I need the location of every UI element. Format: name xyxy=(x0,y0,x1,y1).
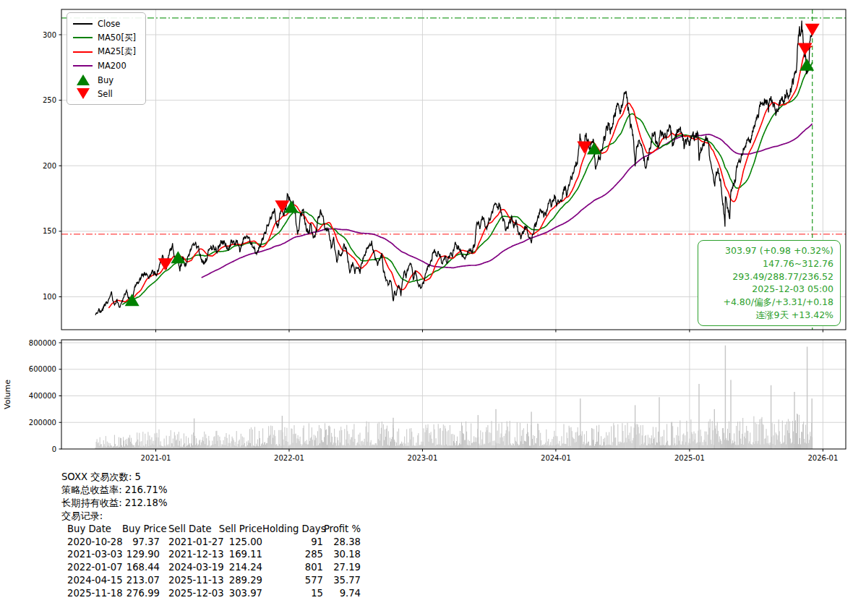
table-row: 2025-11-18276.992025-12-03303.97159.74 xyxy=(61,587,466,600)
table-cell: 2021-12-13 xyxy=(160,548,218,561)
legend-label: Buy xyxy=(98,75,113,85)
buy-triangle-icon xyxy=(77,74,90,85)
table-row: 2024-04-15213.072025-11-13289.2957735.77 xyxy=(61,574,466,587)
annotation-ma-values: 293.49/288.77/236.52 xyxy=(703,270,833,283)
table-cell: 289.29 xyxy=(218,574,262,587)
price-tick-label: 300 xyxy=(43,31,56,39)
table-cell: 303.97 xyxy=(218,587,262,600)
date-tick-label: 2026-01 xyxy=(807,454,838,462)
legend-label: Close xyxy=(98,19,120,29)
table-cell: 2024-03-19 xyxy=(160,561,218,574)
line-swatch xyxy=(73,51,93,53)
date-tick-label: 2025-01 xyxy=(674,454,705,462)
legend-label: MA25[卖] xyxy=(98,46,136,57)
annotation-price-change: 303.97 (+0.98 +0.32%) xyxy=(703,244,833,257)
legend-item-ma200[interactable]: MA200 xyxy=(73,59,140,74)
annotation-box: 303.97 (+0.98 +0.32%) 147.76~312.76 293.… xyxy=(698,240,841,326)
legend-item-ma25[interactable]: MA25[卖] xyxy=(73,45,140,59)
legend-label: Sell xyxy=(98,89,113,99)
legend-label: MA200 xyxy=(98,61,127,71)
hold-return-line: 长期持有收益: 212.18% xyxy=(61,497,466,510)
table-cell: 125.00 xyxy=(218,536,262,549)
date-tick-label: 2021-01 xyxy=(141,454,171,462)
table-cell: 28.38 xyxy=(323,536,361,549)
date-tick-label: 2023-01 xyxy=(408,454,438,462)
table-cell: 97.37 xyxy=(122,536,160,549)
legend-item-sell[interactable]: Sell xyxy=(73,87,140,102)
table-cell: 801 xyxy=(262,561,323,574)
annotation-range: 147.76~312.76 xyxy=(703,257,833,270)
line-swatch xyxy=(73,65,93,67)
trade-log-header: Buy Date Buy Price Sell Date Sell Price … xyxy=(61,523,466,536)
col-buy-date: Buy Date xyxy=(61,523,122,536)
legend-item-buy[interactable]: Buy xyxy=(73,73,140,87)
table-cell: 2025-11-18 xyxy=(61,587,122,600)
table-cell: 2022-01-07 xyxy=(61,561,122,574)
volume-bars xyxy=(95,346,813,449)
line-swatch xyxy=(73,37,93,38)
table-cell: 214.24 xyxy=(218,561,262,574)
trade-log-rows: 2020-10-2897.372021-01-27125.009128.3820… xyxy=(61,536,466,601)
table-cell: 9.74 xyxy=(323,587,361,600)
volume-tick-label: 200000 xyxy=(29,419,56,427)
legend-line-swatch xyxy=(73,51,93,53)
date-tick-label: 2022-01 xyxy=(274,454,304,462)
col-buy-price: Buy Price xyxy=(122,523,160,536)
table-cell: 2021-01-27 xyxy=(160,536,218,549)
date-tick-label: 2024-01 xyxy=(541,454,571,462)
table-row: 2021-03-03129.902021-12-13169.1128530.18 xyxy=(61,548,466,561)
volume-tick-label: 400000 xyxy=(29,392,56,400)
table-cell: 276.99 xyxy=(122,587,160,600)
table-cell: 129.90 xyxy=(122,548,160,561)
table-cell: 213.07 xyxy=(122,574,160,587)
table-cell: 2020-10-28 xyxy=(61,536,122,549)
strategy-summary: SOXX 交易次数: 5 策略总收益率: 216.71% 长期持有收益: 212… xyxy=(61,471,466,600)
table-cell: 2025-11-13 xyxy=(160,574,218,587)
table-cell: 2024-04-15 xyxy=(61,574,122,587)
col-holding-days: Holding Days xyxy=(262,523,323,536)
annotation-datetime: 2025-12-03 05:00 xyxy=(703,283,833,296)
legend-line-swatch xyxy=(73,37,93,38)
volume-tick-label: 800000 xyxy=(29,339,56,347)
col-sell-date: Sell Date xyxy=(160,523,218,536)
table-cell: 2021-03-03 xyxy=(61,548,122,561)
volume-tick-label: 600000 xyxy=(29,365,56,373)
table-cell: 2025-12-03 xyxy=(160,587,218,600)
trade-log-title: 交易记录: xyxy=(61,510,466,523)
legend-line-swatch xyxy=(73,23,93,25)
strategy-return-line: 策略总收益率: 216.71% xyxy=(61,484,466,497)
table-cell: 91 xyxy=(262,536,323,549)
legend-item-ma50[interactable]: MA50[买] xyxy=(73,31,140,46)
col-sell-price: Sell Price xyxy=(218,523,262,536)
price-tick-label: 200 xyxy=(43,162,56,170)
trades-count-line: SOXX 交易次数: 5 xyxy=(61,471,466,484)
volume-tick-label: 0 xyxy=(52,445,56,453)
sell-marker xyxy=(798,43,813,55)
sell-marker xyxy=(805,24,820,36)
legend-label: MA50[买] xyxy=(98,33,136,43)
table-cell: 285 xyxy=(262,548,323,561)
annotation-streak: 连涨9天 +13.42% xyxy=(703,309,833,322)
table-cell: 15 xyxy=(262,587,323,600)
sell-triangle-icon xyxy=(77,88,90,99)
col-profit: Profit % xyxy=(323,523,361,536)
table-row: 2022-01-07168.442024-03-19214.2480127.19 xyxy=(61,561,466,574)
table-cell: 27.19 xyxy=(323,561,361,574)
table-cell: 168.44 xyxy=(122,561,160,574)
table-row: 2020-10-2897.372021-01-27125.009128.38 xyxy=(61,536,466,549)
table-cell: 35.77 xyxy=(323,574,361,587)
line-swatch xyxy=(73,23,93,25)
annotation-bias: +4.80/偏多/+3.31/+0.18 xyxy=(703,296,833,309)
table-cell: 577 xyxy=(262,574,323,587)
table-cell: 30.18 xyxy=(323,548,361,561)
price-tick-label: 100 xyxy=(43,293,56,301)
stock-strategy-figure: 1001502002503000200000400000600000800000… xyxy=(0,0,853,616)
table-cell: 169.11 xyxy=(218,548,262,561)
chart-legend[interactable]: CloseMA50[买]MA25[卖]MA200BuySell xyxy=(67,12,146,105)
legend-item-close[interactable]: Close xyxy=(73,17,140,31)
legend-line-swatch xyxy=(73,65,93,67)
volume-axis-label: Volume xyxy=(3,380,12,409)
price-tick-label: 250 xyxy=(43,96,56,104)
price-tick-label: 150 xyxy=(43,227,56,235)
